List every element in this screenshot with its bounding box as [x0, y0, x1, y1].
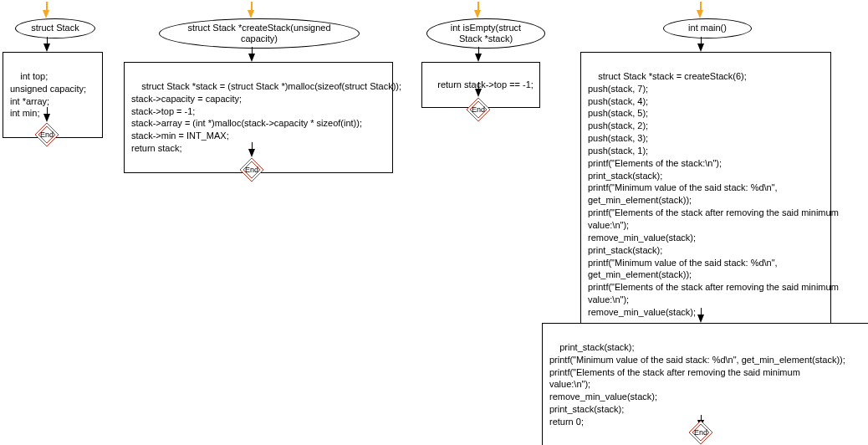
flow1-header-text: struct Stack: [31, 23, 79, 33]
flow3-body-text: return stack->top == -1;: [437, 79, 534, 90]
flow2-header: struct Stack *createStack(unsigned capac…: [159, 18, 360, 49]
flow4-body2-text: print_stack(stack); printf("Minimum valu…: [549, 342, 845, 427]
entry-arrow-head: [474, 10, 481, 18]
end-label: End: [34, 122, 59, 147]
arrow-head: [248, 149, 255, 157]
arrow-head: [475, 89, 482, 97]
flow2-body-text: struct Stack *stack = (struct Stack *)ma…: [131, 81, 401, 153]
end-node: End: [239, 157, 264, 182]
end-node: End: [688, 420, 713, 445]
entry-arrow-head: [248, 10, 254, 18]
flow1-body-text: int top; unsigned capacity; int *array; …: [10, 71, 86, 119]
end-label: End: [466, 97, 491, 122]
end-node: End: [34, 122, 59, 147]
flow3-header-text: int isEmpty(struct Stack *stack): [451, 23, 521, 44]
flow1-header: struct Stack: [15, 18, 95, 38]
entry-arrow-head: [43, 10, 49, 18]
arrow-head: [475, 54, 482, 62]
flow4-header: int main(): [663, 18, 752, 38]
flow4-body1: struct Stack *stack = createStack(6); pu…: [580, 52, 831, 337]
arrow-head: [697, 43, 704, 52]
end-node: End: [466, 97, 491, 122]
flowchart-canvas: struct Stack int top; unsigned capacity;…: [0, 0, 868, 445]
entry-arrow-head: [697, 10, 703, 18]
flow4-header-text: int main(): [688, 23, 727, 33]
flow2-header-text: struct Stack *createStack(unsigned capac…: [187, 23, 330, 44]
flow2-body: struct Stack *stack = (struct Stack *)ma…: [124, 62, 393, 173]
arrow-head: [697, 315, 704, 323]
end-label: End: [688, 420, 713, 445]
arrow-head: [248, 54, 255, 62]
arrow-head: [43, 43, 50, 52]
end-label: End: [239, 157, 264, 182]
arrow-head: [43, 114, 50, 122]
flow3-header: int isEmpty(struct Stack *stack): [426, 18, 545, 49]
flow4-body1-text: struct Stack *stack = createStack(6); pu…: [588, 71, 839, 317]
